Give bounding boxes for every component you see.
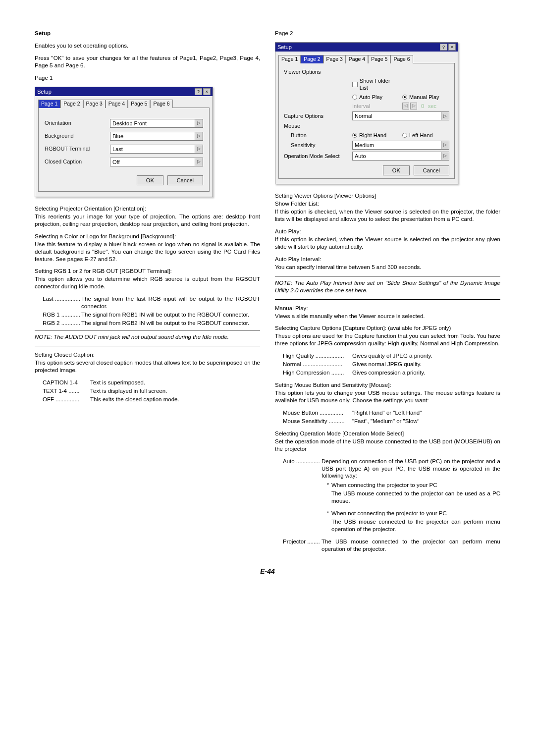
- page2-label: Page 2: [275, 30, 500, 37]
- def-def: The signal from RGB1 IN will be output t…: [81, 311, 260, 319]
- orientation-title: Selecting Projector Orientation [Orienta…: [35, 205, 260, 213]
- def-row: Mouse Button ............... "Right Hand…: [283, 409, 500, 417]
- chevron-right-icon[interactable]: ▷: [195, 145, 203, 153]
- tab-page3[interactable]: Page 3: [323, 55, 346, 63]
- def-term: Mouse Button ...............: [283, 409, 352, 417]
- chevron-right-icon[interactable]: ▷: [195, 158, 203, 166]
- def-term: RGB 1 ............: [43, 311, 81, 319]
- setup-heading: Setup: [35, 30, 260, 37]
- tab-page4[interactable]: Page 4: [346, 55, 368, 63]
- chevron-right-icon[interactable]: ▷: [441, 141, 449, 149]
- def-term: Normal .........................: [283, 361, 352, 368]
- orientation-select[interactable]: Desktop Front ▷: [110, 119, 203, 128]
- rgbout-title: Setting RGB 1 or 2 for RGB OUT [RGBOUT T…: [35, 268, 260, 275]
- right-hand-radio[interactable]: Right Hand: [352, 132, 399, 139]
- manual-play-radio[interactable]: Manual Play: [402, 94, 449, 101]
- def-row: RGB 2 ............ The signal from RGB2 …: [43, 320, 260, 327]
- right-hand-label: Right Hand: [359, 132, 386, 139]
- background-select[interactable]: Blue ▷: [110, 132, 203, 141]
- sensitivity-value: Medium: [353, 141, 441, 149]
- chevron-right-icon[interactable]: ▷: [195, 132, 203, 140]
- def-def: The signal from the last RGB input will …: [81, 295, 260, 310]
- rgbout-value: Last: [110, 145, 195, 153]
- def-def: Depending on connection of the USB port …: [321, 458, 500, 480]
- help-icon[interactable]: ?: [195, 88, 202, 95]
- divider: [35, 330, 260, 330]
- page1-dialog-title: Setup: [37, 88, 194, 95]
- def-row: OFF ............... This exits the close…: [43, 396, 260, 403]
- tab-page5[interactable]: Page 5: [368, 55, 390, 63]
- ok-button[interactable]: OK: [383, 165, 410, 175]
- page1-dialog: Setup ? × Page 1 Page 2 Page 3 Page 4 Pa…: [35, 87, 213, 197]
- capture-title: Selecting Capture Options [Capture Optio…: [275, 324, 500, 332]
- tab-page2[interactable]: Page 2: [301, 55, 323, 63]
- tab-page3[interactable]: Page 3: [83, 100, 106, 108]
- def-term: Projector ........: [283, 538, 321, 553]
- auto-play-int-body: You can specify interval time between 5 …: [275, 264, 500, 271]
- def-def: Gives normal JPEG quality.: [352, 361, 500, 368]
- opmode-value: Auto: [353, 152, 441, 160]
- background-value: Blue: [110, 132, 195, 140]
- auto-play-radio[interactable]: Auto Play: [352, 94, 399, 101]
- def-term: High Quality ..................: [283, 352, 352, 360]
- opmode-select[interactable]: Auto ▷: [352, 152, 449, 161]
- tab-page5[interactable]: Page 5: [128, 100, 150, 108]
- close-icon[interactable]: ×: [448, 44, 456, 51]
- orientation-body: This reorients your image for your type …: [35, 213, 260, 228]
- def-def: Text is displayed in full screen.: [90, 387, 260, 395]
- chevron-right-icon[interactable]: ▷: [441, 112, 449, 120]
- tab-page6[interactable]: Page 6: [390, 55, 413, 63]
- background-label: Background: [45, 132, 110, 139]
- opmode-body: Set the operation mode of the USB mouse …: [275, 438, 500, 453]
- tab-page2[interactable]: Page 2: [60, 100, 83, 108]
- bullet-heading: When connecting the projector to your PC: [331, 482, 500, 489]
- interval-control: ◁ ▷ 0 sec: [402, 103, 449, 109]
- chevron-right-icon[interactable]: ▷: [195, 119, 203, 127]
- mouse-button-label: Button: [284, 132, 349, 139]
- divider: [275, 276, 500, 276]
- viewer-options-label: Viewer Options: [284, 68, 349, 75]
- interval-prev-icon[interactable]: ◁: [402, 103, 409, 109]
- caption-label: Closed Caption: [45, 158, 110, 165]
- capture-select[interactable]: Normal ▷: [352, 111, 449, 120]
- divider: [35, 346, 260, 346]
- interval-next-icon[interactable]: ▷: [410, 103, 417, 109]
- show-folder-checkbox[interactable]: Show Folder List: [352, 77, 399, 92]
- def-def: The USB mouse connected to the projector…: [321, 538, 500, 553]
- capture-body: These options are used for the Capture f…: [275, 332, 500, 347]
- help-icon[interactable]: ?: [440, 44, 447, 51]
- setup-desc2: Press "OK" to save your changes for all …: [35, 54, 260, 69]
- bullet-icon: *: [324, 510, 331, 517]
- left-hand-radio[interactable]: Left Hand: [402, 132, 449, 139]
- def-def: This exits the closed caption mode.: [90, 396, 260, 403]
- opmode-label: Operation Mode Select: [284, 153, 349, 160]
- chevron-right-icon[interactable]: ▷: [441, 152, 449, 160]
- tab-page4[interactable]: Page 4: [106, 100, 128, 108]
- auto-play-title: Auto Play:: [275, 228, 500, 235]
- auto-play-label: Auto Play: [359, 94, 382, 101]
- def-def: "Fast", "Medium" or "Slow": [352, 418, 500, 425]
- def-term: TEXT 1-4 .......: [43, 387, 90, 395]
- def-term: High Compression ........: [283, 369, 352, 377]
- page2-tabstrip: Page 1 Page 2 Page 3 Page 4 Page 5 Page …: [278, 54, 455, 63]
- sensitivity-select[interactable]: Medium ▷: [352, 141, 449, 150]
- tab-page1[interactable]: Page 1: [278, 55, 301, 63]
- cancel-button[interactable]: Cancel: [414, 165, 449, 175]
- page2-dialog-title: Setup: [277, 44, 439, 51]
- bullet-icon: *: [324, 482, 331, 489]
- interval-label: Interval: [352, 103, 399, 109]
- divider: [275, 299, 500, 300]
- page2-dialog: Setup ? × Page 1 Page 2 Page 3 Page 4 Pa…: [275, 42, 458, 184]
- show-folder-body: If this option is checked, when the View…: [275, 208, 500, 223]
- rgbout-select[interactable]: Last ▷: [110, 145, 203, 154]
- tab-page1[interactable]: Page 1: [38, 100, 60, 108]
- cancel-button[interactable]: Cancel: [167, 175, 203, 185]
- tab-page6[interactable]: Page 6: [150, 100, 172, 108]
- def-term: Mouse Sensitivity ..........: [283, 418, 352, 425]
- close-icon[interactable]: ×: [203, 88, 211, 95]
- sensitivity-label: Sensitivity: [284, 142, 349, 149]
- ok-button[interactable]: OK: [137, 175, 163, 185]
- caption-select[interactable]: Off ▷: [110, 158, 203, 166]
- rgbout-note: NOTE: The AUDIO OUT mini jack will not o…: [35, 333, 260, 341]
- interval-value: 0: [418, 103, 427, 109]
